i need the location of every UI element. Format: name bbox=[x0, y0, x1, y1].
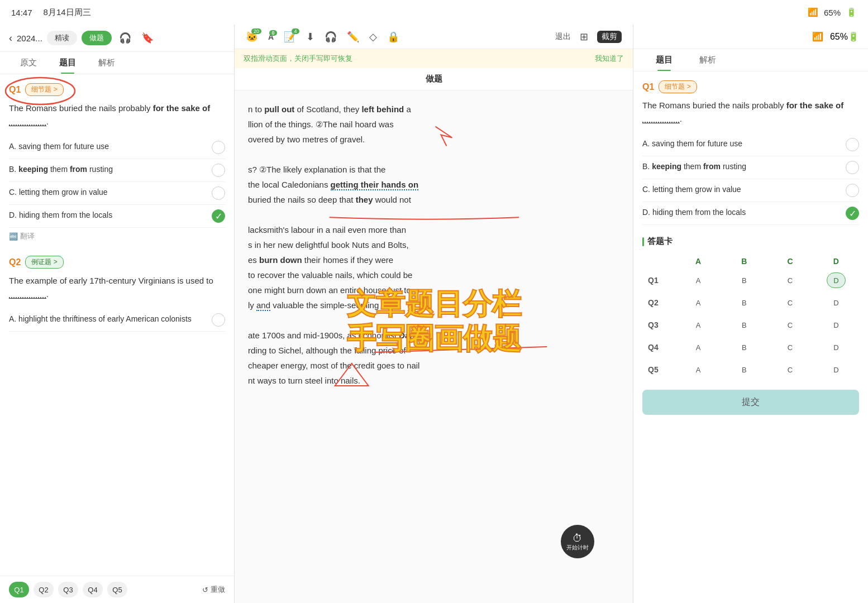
jingdu-btn[interactable]: 精读 bbox=[47, 31, 77, 45]
q3-b[interactable]: B bbox=[735, 317, 753, 333]
q5-d[interactable]: D bbox=[827, 362, 846, 377]
timer-icon: ⏱ bbox=[573, 533, 583, 544]
right-q1-option-b[interactable]: B. keeping them from rusting bbox=[642, 156, 859, 179]
middle-panel: 🐱20 A0 📝4 ⬇ 🎧 ✏️ ◇ 🔒 退出 ⊞ 截剪 双指滑动页面，关闭手写… bbox=[235, 25, 633, 603]
q1-d[interactable]: D bbox=[827, 272, 846, 288]
crop-btn[interactable]: 截剪 bbox=[597, 31, 622, 43]
headphones-icon[interactable]: 🎧 bbox=[116, 29, 134, 47]
right-panel: 📶 65%🔋 题目 解析 Q1 细节题 > The Romans buried … bbox=[633, 25, 868, 603]
q1-check-b bbox=[212, 164, 225, 177]
left-title: 2024... bbox=[17, 34, 42, 43]
right-q1-text: The Romans buried the nails probably for… bbox=[642, 99, 859, 126]
q1-tag[interactable]: 细节题 > bbox=[25, 83, 63, 96]
q1-option-d[interactable]: D. hiding them from the locals ✓ bbox=[9, 205, 225, 228]
answer-card: 答题卡 A B C D Q1 A B C D bbox=[642, 236, 859, 415]
reset-button[interactable]: ↺ 重做 bbox=[202, 585, 225, 595]
q4-d[interactable]: D bbox=[827, 339, 846, 355]
answer-row-header: A B C D bbox=[642, 253, 859, 269]
q2-a[interactable]: A bbox=[689, 295, 708, 310]
cat-icon[interactable]: 🐱20 bbox=[246, 31, 258, 43]
q1-b[interactable]: B bbox=[735, 272, 753, 288]
time: 14:47 bbox=[11, 8, 32, 17]
diamond-icon[interactable]: ◇ bbox=[369, 31, 377, 43]
question-2: Q2 例证题 > The example of early 17th-centu… bbox=[9, 256, 225, 332]
q4-c[interactable]: C bbox=[781, 339, 800, 355]
left-panel: ‹ 2024... 精读 做题 🎧 🔖 原文 题目 解析 bbox=[0, 25, 235, 603]
text-icon[interactable]: A0 bbox=[268, 32, 274, 41]
q4-a[interactable]: A bbox=[689, 339, 708, 355]
submit-button[interactable]: 提交 bbox=[642, 390, 859, 415]
right-nav-tabs: 题目 解析 bbox=[633, 49, 868, 71]
q2-d[interactable]: D bbox=[827, 295, 846, 310]
right-q1-option-d[interactable]: D. hiding them from the locals ✓ bbox=[642, 202, 859, 225]
wifi-icon-right: 📶 bbox=[812, 31, 823, 42]
wifi-icon: 📶 bbox=[808, 7, 818, 17]
nav-q5[interactable]: Q5 bbox=[107, 582, 127, 597]
right-q1-option-a[interactable]: A. saving them for future use bbox=[642, 133, 859, 156]
tab-timu[interactable]: 题目 bbox=[48, 52, 87, 74]
q1-c[interactable]: C bbox=[781, 272, 800, 288]
answer-table: A B C D Q1 A B C D Q2 A bbox=[642, 253, 859, 381]
middle-icon-group: 🐱20 A0 📝4 ⬇ 🎧 ✏️ ◇ 🔒 bbox=[246, 31, 399, 43]
translate-button[interactable]: 🔤 翻译 bbox=[9, 228, 225, 245]
right-tab-timu[interactable]: 题目 bbox=[642, 49, 686, 71]
right-q1-option-c[interactable]: C. letting them grow in value bbox=[642, 179, 859, 202]
answer-row-q2: Q2 A B C D bbox=[642, 291, 859, 314]
bottom-nav: Q1 Q2 Q3 Q4 Q5 ↺ 重做 bbox=[0, 576, 234, 603]
right-q1-check-b bbox=[846, 161, 859, 174]
q2-number: Q2 bbox=[9, 257, 21, 267]
right-q1-tag[interactable]: 细节题 > bbox=[659, 80, 697, 93]
memo-icon[interactable]: 📝4 bbox=[284, 31, 296, 43]
nav-q4[interactable]: Q4 bbox=[83, 582, 103, 597]
q3-a[interactable]: A bbox=[689, 317, 708, 333]
q5-b[interactable]: B bbox=[735, 362, 753, 377]
article-section-title: 做题 bbox=[426, 74, 442, 83]
left-header: ‹ 2024... 精读 做题 🎧 🔖 bbox=[0, 25, 234, 52]
q5-c[interactable]: C bbox=[781, 362, 800, 377]
q1-label: Q1 细节题 > bbox=[9, 83, 225, 96]
zuoti-btn[interactable]: 做题 bbox=[82, 31, 112, 45]
left-nav-tabs: 原文 题目 解析 bbox=[0, 52, 234, 74]
article-text: n to pull out of Scotland, they left beh… bbox=[248, 102, 619, 388]
headphones2-icon[interactable]: 🎧 bbox=[325, 31, 337, 43]
answer-card-title: 答题卡 bbox=[642, 236, 859, 247]
q1-text: The Romans buried the nails probably for… bbox=[9, 102, 225, 128]
banner-action[interactable]: 我知道了 bbox=[595, 54, 624, 64]
q1-option-b[interactable]: B. keeping them from rusting bbox=[9, 159, 225, 182]
q3-c[interactable]: C bbox=[781, 317, 800, 333]
right-header: 📶 65%🔋 bbox=[633, 25, 868, 49]
back-button[interactable]: ‹ bbox=[9, 32, 12, 44]
bookmark-icon[interactable]: 🔖 bbox=[139, 29, 156, 47]
q2-c[interactable]: C bbox=[781, 295, 800, 310]
download-icon[interactable]: ⬇ bbox=[306, 31, 314, 43]
battery-right: 65%🔋 bbox=[830, 31, 859, 42]
nav-q1[interactable]: Q1 bbox=[9, 582, 29, 597]
pencil-icon[interactable]: ✏️ bbox=[347, 31, 359, 43]
q2-b[interactable]: B bbox=[735, 295, 753, 310]
q2-label: Q2 例证题 > bbox=[9, 256, 225, 269]
tab-jiexi[interactable]: 解析 bbox=[87, 52, 126, 74]
q3-d[interactable]: D bbox=[827, 317, 846, 333]
tab-yuanwen[interactable]: 原文 bbox=[9, 52, 48, 74]
q2-option-a[interactable]: A. highlight the thriftiness of early Am… bbox=[9, 309, 225, 332]
q2-tag[interactable]: 例证题 > bbox=[25, 256, 63, 269]
split-icon[interactable]: ⊞ bbox=[580, 31, 588, 43]
right-tab-jiexi[interactable]: 解析 bbox=[686, 49, 729, 71]
answer-row-q3: Q3 A B C D bbox=[642, 314, 859, 336]
question-1: Q1 细节题 > The Romans buried the nails pro… bbox=[9, 83, 225, 245]
q4-b[interactable]: B bbox=[735, 339, 753, 355]
q1-option-c[interactable]: C. letting them grow in value bbox=[9, 182, 225, 205]
exit-btn[interactable]: 退出 bbox=[555, 32, 571, 42]
lock-icon[interactable]: 🔒 bbox=[387, 31, 399, 43]
nav-q3[interactable]: Q3 bbox=[58, 582, 78, 597]
timer-button[interactable]: ⏱ 开始计时 bbox=[561, 525, 594, 558]
answer-row-q4: Q4 A B C D bbox=[642, 336, 859, 358]
q2-check-a bbox=[212, 313, 225, 327]
q5-a[interactable]: A bbox=[689, 362, 708, 377]
middle-header: 🐱20 A0 📝4 ⬇ 🎧 ✏️ ◇ 🔒 退出 ⊞ 截剪 bbox=[235, 25, 633, 49]
nav-q2[interactable]: Q2 bbox=[34, 582, 54, 597]
q1-a[interactable]: A bbox=[689, 272, 708, 288]
right-question-1: Q1 细节题 > The Romans buried the nails pro… bbox=[642, 80, 859, 225]
right-content: Q1 细节题 > The Romans buried the nails pro… bbox=[633, 71, 868, 603]
q1-option-a[interactable]: A. saving them for future use bbox=[9, 136, 225, 159]
